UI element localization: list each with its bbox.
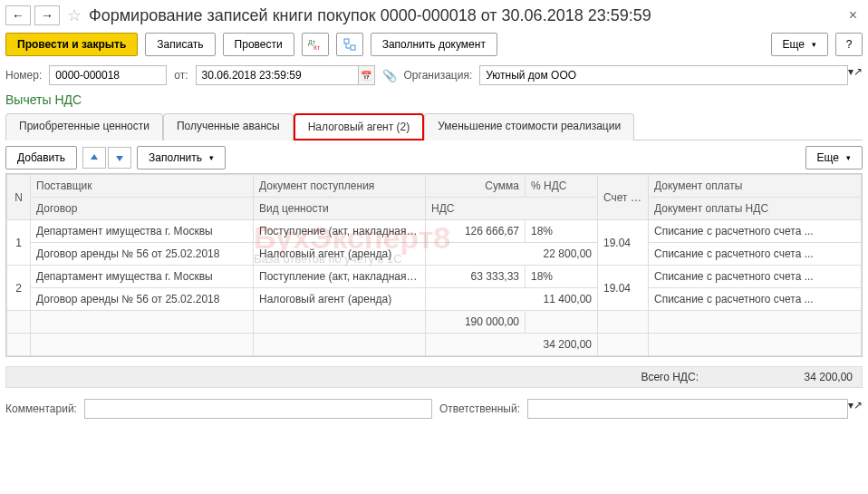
nav-forward-button[interactable]: → xyxy=(34,5,60,25)
date-field[interactable] xyxy=(196,65,359,85)
responsible-open-button[interactable]: ↗ xyxy=(854,399,863,419)
move-down-button[interactable] xyxy=(108,147,131,169)
cell-paydocvat: Списание с расчетного счета ... xyxy=(649,243,862,266)
responsible-field[interactable] xyxy=(527,399,848,419)
cell-contract: Договор аренды № 56 от 25.02.2018 xyxy=(31,288,254,311)
table-row-sub[interactable]: Договор аренды № 56 от 25.02.2018Налогов… xyxy=(7,288,862,311)
tree-icon xyxy=(343,38,356,51)
cell-valuetype: Налоговый агент (аренда) xyxy=(254,288,426,311)
col-acc[interactable]: Счет НДС xyxy=(598,175,649,220)
org-open-button[interactable]: ↗ xyxy=(854,65,863,85)
cell-doc: Поступление (акт, накладная) ... xyxy=(254,266,426,288)
col-paydocvat[interactable]: Документ оплаты НДС xyxy=(649,198,862,220)
table-row[interactable]: 2Департамент имущества г. МосквыПоступле… xyxy=(7,266,862,288)
org-field[interactable] xyxy=(479,65,848,85)
col-paydoc[interactable]: Документ оплаты xyxy=(649,175,862,198)
nav-back-button[interactable]: ← xyxy=(5,5,31,25)
cell-vatpct: 18% xyxy=(526,266,598,288)
responsible-label: Ответственный: xyxy=(439,402,520,415)
col-supplier[interactable]: Поставщик xyxy=(31,175,254,198)
cell-vat: 11 400,00 xyxy=(426,288,598,311)
move-up-button[interactable] xyxy=(82,147,106,169)
totals-bar: Всего НДС: 34 200,00 xyxy=(5,366,863,388)
more-rows-button[interactable]: Еще xyxy=(805,146,863,170)
cell-paydocvat: Списание с расчетного счета ... xyxy=(649,288,862,311)
col-sum[interactable]: Сумма xyxy=(426,175,526,198)
comment-label: Комментарий: xyxy=(5,402,77,415)
favorite-star-icon[interactable]: ☆ xyxy=(67,5,82,25)
cell-contract: Договор аренды № 56 от 25.02.2018 xyxy=(31,243,254,266)
cell-n: 2 xyxy=(7,266,31,311)
footer-sum: 190 000,00 xyxy=(426,311,526,334)
totals-value: 34 200,00 xyxy=(735,371,853,383)
col-vatpct[interactable]: % НДС xyxy=(526,175,598,198)
org-label: Организация: xyxy=(404,69,473,82)
svg-text:Кт: Кт xyxy=(313,44,321,51)
dtkt-icon: ДтКт xyxy=(308,38,323,51)
submit-close-button[interactable]: Провести и закрыть xyxy=(5,33,138,56)
arrow-down-icon xyxy=(114,152,125,163)
more-button[interactable]: Еще xyxy=(771,33,828,56)
table-row-sub[interactable]: Договор аренды № 56 от 25.02.2018Налогов… xyxy=(7,243,862,266)
cell-sum: 126 666,67 xyxy=(426,220,526,243)
dtkt-button[interactable]: ДтКт xyxy=(302,33,329,56)
col-valuetype[interactable]: Вид ценности xyxy=(254,198,426,220)
help-button[interactable]: ? xyxy=(835,33,863,56)
date-label: от: xyxy=(174,69,188,82)
add-row-button[interactable]: Добавить xyxy=(5,146,77,170)
number-label: Номер: xyxy=(5,69,42,82)
cell-valuetype: Налоговый агент (аренда) xyxy=(254,243,426,266)
arrow-up-icon xyxy=(89,152,100,163)
col-doc[interactable]: Документ поступления xyxy=(254,175,426,198)
cell-n: 1 xyxy=(7,220,31,266)
cell-supplier: Департамент имущества г. Москвы xyxy=(31,266,254,288)
cell-doc: Поступление (акт, накладная) ... xyxy=(254,220,426,243)
cell-acc: 19.04 xyxy=(598,266,649,311)
page-title: Формирование записей книги покупок 0000-… xyxy=(89,6,840,25)
svg-rect-3 xyxy=(351,45,355,50)
cell-vatpct: 18% xyxy=(526,220,598,243)
footer-vat-row: 34 200,00 xyxy=(7,334,862,356)
cell-vat: 22 800,00 xyxy=(426,243,598,266)
tab-advances-received[interactable]: Полученные авансы xyxy=(163,113,294,140)
data-table[interactable]: N Поставщик Документ поступления Сумма %… xyxy=(5,173,863,357)
section-title: Вычеты НДС xyxy=(5,92,863,107)
cell-sum: 63 333,33 xyxy=(426,266,526,288)
cell-paydoc: Списание с расчетного счета ... xyxy=(649,220,862,243)
col-n[interactable]: N xyxy=(7,175,31,220)
totals-label: Всего НДС: xyxy=(641,371,699,383)
fill-rows-button[interactable]: Заполнить xyxy=(137,146,226,170)
close-icon[interactable]: × xyxy=(844,7,863,24)
svg-rect-2 xyxy=(344,39,349,44)
pin-icon[interactable]: 📎 xyxy=(382,69,397,82)
cell-acc: 19.04 xyxy=(598,220,649,266)
number-field[interactable] xyxy=(49,65,167,85)
footer-vat: 34 200,00 xyxy=(426,334,598,356)
save-button[interactable]: Записать xyxy=(145,33,215,56)
footer-sum-row: 190 000,00 xyxy=(7,311,862,334)
cell-supplier: Департамент имущества г. Москвы xyxy=(31,220,254,243)
fill-document-button[interactable]: Заполнить документ xyxy=(371,33,497,56)
comment-field[interactable] xyxy=(84,399,432,419)
tab-cost-reduction[interactable]: Уменьшение стоимости реализации xyxy=(424,113,634,140)
table-row[interactable]: 1Департамент имущества г. МосквыПоступле… xyxy=(7,220,862,243)
submit-button[interactable]: Провести xyxy=(223,33,294,56)
structure-button[interactable] xyxy=(336,33,363,56)
cell-paydoc: Списание с расчетного счета ... xyxy=(649,266,862,288)
col-vat[interactable]: НДС xyxy=(426,198,598,220)
tab-tax-agent[interactable]: Налоговый агент (2) xyxy=(294,113,425,140)
tab-acquired-values[interactable]: Приобретенные ценности xyxy=(5,113,163,140)
calendar-icon[interactable]: 📅 xyxy=(359,65,375,85)
col-contract[interactable]: Договор xyxy=(31,198,254,220)
